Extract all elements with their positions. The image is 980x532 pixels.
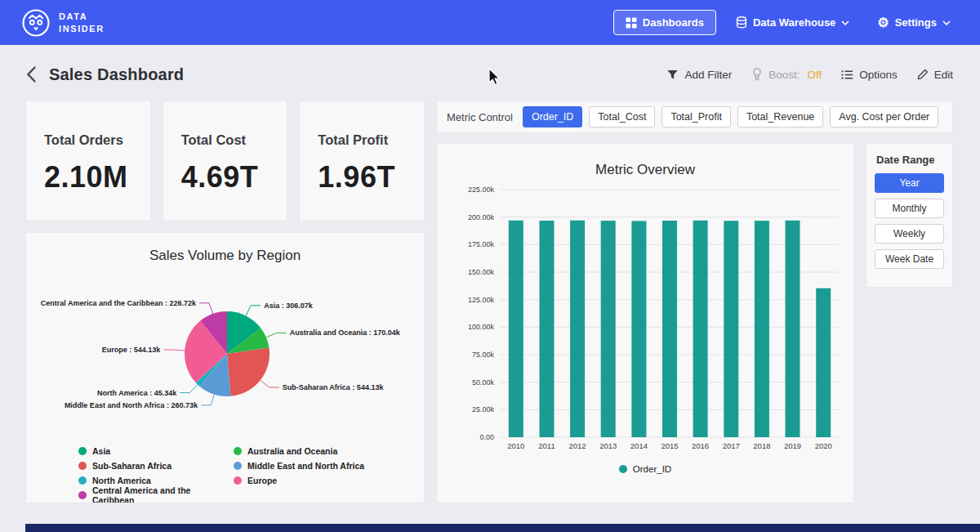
pie-label-line bbox=[199, 303, 213, 314]
x-tick-label: 2010 bbox=[507, 441, 524, 450]
metric-button-total-profit[interactable]: Total_Profit bbox=[662, 106, 731, 127]
y-tick-label: 0.00 bbox=[479, 433, 494, 441]
bar[interactable] bbox=[816, 288, 831, 437]
options-label: Options bbox=[859, 69, 898, 81]
boost-balloon-icon bbox=[751, 68, 763, 81]
metric-button-order-id[interactable]: Order_ID bbox=[523, 106, 582, 127]
gear-icon: ⚙ bbox=[877, 16, 889, 29]
pie-legend-item[interactable]: Central America and the Caribbean bbox=[78, 488, 234, 503]
bar-chart-title: Metric Overview bbox=[448, 162, 842, 178]
options-list-icon bbox=[841, 69, 853, 80]
legend-dot bbox=[78, 476, 87, 485]
x-tick-label: 2016 bbox=[692, 441, 709, 450]
legend-label: Australia and Oceania bbox=[247, 446, 337, 456]
kpi-card-total-orders: Total Orders 2.10M bbox=[25, 101, 151, 221]
metric-button-total-cost[interactable]: Total_Cost bbox=[589, 106, 655, 127]
nav-settings-label: Settings bbox=[895, 16, 937, 29]
boost-toggle[interactable]: Boost: Off bbox=[751, 68, 822, 81]
pie-label-line bbox=[261, 380, 279, 387]
kpi-title: Total Profit bbox=[318, 132, 406, 148]
kpi-card-total-cost: Total Cost 4.69T bbox=[163, 101, 288, 221]
back-button[interactable] bbox=[25, 65, 38, 84]
nav-data-warehouse-button[interactable]: Data Warehouse bbox=[728, 11, 858, 34]
filter-funnel-icon bbox=[666, 69, 679, 81]
legend-dot bbox=[234, 447, 242, 455]
date-range-panel: Date Range Year Monthly Weekly Week Date bbox=[866, 143, 953, 288]
kpi-title: Total Orders bbox=[44, 132, 132, 148]
chevron-down-icon bbox=[841, 20, 849, 25]
nav-dashboards-label: Dashboards bbox=[643, 16, 704, 29]
y-tick-label: 125.00k bbox=[468, 296, 495, 304]
kpi-title: Total Cost bbox=[181, 132, 270, 148]
x-tick-label: 2011 bbox=[538, 441, 555, 450]
date-range-monthly-button[interactable]: Monthly bbox=[875, 199, 944, 218]
bar[interactable] bbox=[693, 221, 708, 437]
boost-state: Off bbox=[807, 69, 822, 81]
page-header: Sales Dashboard Add Filter Boost: Off bbox=[0, 45, 980, 101]
pie-legend-item[interactable]: Europe bbox=[234, 473, 411, 488]
pie-legend-item[interactable]: Middle East and North Africa bbox=[234, 458, 411, 473]
bar-legend-item[interactable]: Order_ID bbox=[448, 464, 842, 474]
bar[interactable] bbox=[755, 221, 769, 437]
metric-control-label: Metric Control bbox=[447, 111, 513, 123]
bar[interactable] bbox=[540, 221, 555, 437]
edit-button[interactable]: Edit bbox=[917, 69, 953, 81]
date-range-week-date-button[interactable]: Week Date bbox=[875, 249, 944, 269]
pie-slice-label: North America : 45.34k bbox=[97, 389, 177, 397]
add-filter-button[interactable]: Add Filter bbox=[666, 69, 732, 81]
bar[interactable] bbox=[786, 221, 800, 437]
dashboards-grid-icon bbox=[626, 17, 637, 29]
legend-label: North America bbox=[92, 476, 151, 485]
pie-label-line bbox=[246, 306, 261, 316]
pie-chart-title: Sales Volume by Region bbox=[39, 248, 411, 264]
metric-button-avg-cost-per-order[interactable]: Avg. Cost per Order bbox=[830, 106, 938, 127]
nav-settings-button[interactable]: ⚙ Settings bbox=[869, 11, 959, 35]
x-tick-label: 2012 bbox=[569, 441, 586, 450]
legend-dot bbox=[78, 491, 87, 499]
bar[interactable] bbox=[509, 221, 523, 437]
pie-slice-label: Asia : 306.07k bbox=[264, 302, 314, 310]
bar[interactable] bbox=[601, 221, 616, 437]
pie-slice-label: Middle East and North Africa : 260.73k bbox=[65, 401, 198, 409]
bar[interactable] bbox=[724, 221, 738, 437]
nav-data-warehouse-label: Data Warehouse bbox=[753, 16, 835, 29]
y-tick-label: 175.00k bbox=[468, 240, 495, 248]
x-tick-label: 2020 bbox=[815, 441, 832, 450]
brand-line2: INSIDER bbox=[59, 23, 105, 35]
bar[interactable] bbox=[662, 221, 677, 437]
y-tick-label: 25.00k bbox=[472, 405, 495, 414]
y-tick-label: 150.00k bbox=[468, 268, 495, 276]
navbar-menu: Dashboards Data Warehouse ⚙ Settings bbox=[613, 10, 959, 35]
top-navbar: DATA INSIDER Dashboards Data Warehouse bbox=[0, 0, 980, 45]
pie-legend-item[interactable]: Australia and Oceania bbox=[234, 444, 411, 458]
date-range-year-button[interactable]: Year bbox=[875, 173, 944, 193]
pie-legend-item[interactable]: Asia bbox=[78, 444, 234, 458]
kpi-value: 1.96T bbox=[318, 160, 406, 194]
pie-label-line bbox=[180, 385, 198, 393]
pie-legend: AsiaSub-Saharan AfricaNorth AmericaCentr… bbox=[78, 444, 411, 503]
pencil-icon bbox=[917, 69, 929, 80]
bar[interactable] bbox=[631, 221, 646, 437]
nav-dashboards-button[interactable]: Dashboards bbox=[613, 10, 716, 35]
x-tick-label: 2014 bbox=[630, 441, 648, 450]
pie-slice-label: Central America and the Caribbean : 226.… bbox=[41, 299, 197, 307]
legend-label: Asia bbox=[92, 446, 110, 456]
kpi-row: Total Orders 2.10M Total Cost 4.69T Tota… bbox=[25, 101, 425, 221]
x-tick-label: 2015 bbox=[661, 441, 678, 450]
pie-legend-item[interactable]: Sub-Saharan Africa bbox=[78, 458, 234, 473]
metric-button-total-revenue[interactable]: Total_Revenue bbox=[737, 106, 823, 127]
pie-label-line bbox=[163, 350, 185, 351]
date-range-weekly-button[interactable]: Weekly bbox=[875, 224, 944, 244]
pie-label-line bbox=[266, 333, 287, 337]
x-tick-label: 2017 bbox=[723, 441, 740, 450]
brand-logo[interactable]: DATA INSIDER bbox=[21, 8, 105, 38]
options-button[interactable]: Options bbox=[841, 69, 898, 81]
legend-dot bbox=[234, 476, 242, 485]
footer-strip bbox=[25, 524, 980, 532]
legend-dot bbox=[78, 462, 87, 470]
chevron-down-icon bbox=[942, 20, 951, 25]
bar-chart: 0.0025.00k50.00k75.00k100.00k125.00k150.… bbox=[448, 180, 844, 451]
pie-slice[interactable] bbox=[227, 348, 270, 396]
y-tick-label: 200.00k bbox=[468, 213, 495, 221]
bar[interactable] bbox=[570, 221, 585, 437]
